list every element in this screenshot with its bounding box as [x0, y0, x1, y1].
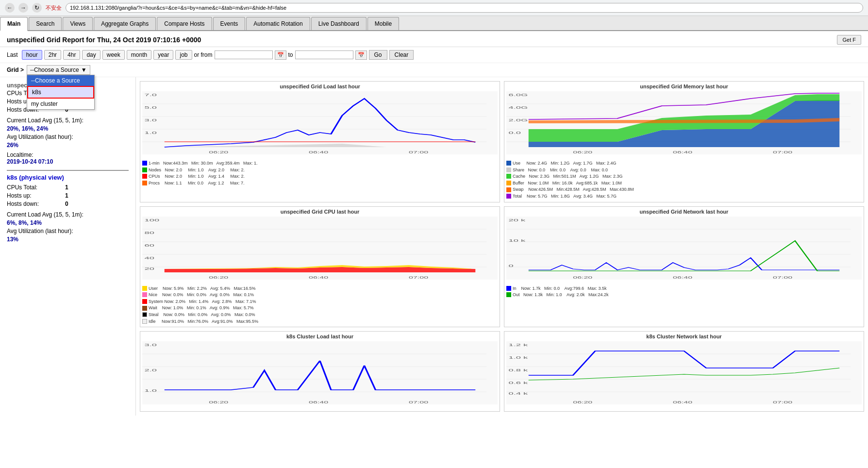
refresh-button[interactable]: ↻ — [32, 3, 42, 13]
legend-steal: Steal Now: 0.0% Min: 0.0% Avg: 0.0% Max:… — [142, 312, 498, 318]
svg-text:06:20: 06:20 — [573, 401, 592, 404]
svg-text:0.8 k: 0.8 k — [509, 368, 529, 372]
svg-text:40: 40 — [145, 255, 155, 260]
k8s-avg-util-label: Avg Utilization (last hour): — [7, 228, 129, 234]
svg-text:5.0: 5.0 — [145, 105, 157, 110]
tab-autorotate[interactable]: Automatic Rotation — [246, 17, 310, 30]
svg-text:07:00: 07:00 — [773, 401, 792, 404]
svg-text:80: 80 — [145, 230, 155, 234]
svg-text:06:40: 06:40 — [673, 150, 692, 154]
network-chart-area[interactable]: 20 k 10 k 0 06:20 06:40 07:00 — [506, 217, 862, 284]
back-button[interactable]: ← — [5, 3, 15, 13]
k8s-physical-view-link[interactable]: (physical view) — [19, 174, 64, 181]
tab-events[interactable]: Events — [213, 17, 246, 30]
legend-text-use: Use Now: 2.4G Min: 1.2G Avg: 1.7G Max: 2… — [513, 160, 616, 167]
source-dropdown: --Choose a Source k8s my cluster — [27, 75, 95, 110]
time-week-button[interactable]: week — [102, 50, 125, 60]
legend-color-total — [506, 194, 511, 199]
k8s-network-chart-area[interactable]: 1.2 k 1.0 k 0.8 k 0.6 k 0.4 k 06:20 06:4… — [506, 341, 862, 409]
legend-color-wait — [142, 306, 147, 311]
time-day-button[interactable]: day — [82, 50, 100, 60]
load-chart-box: unspecified Grid Load last hour 7.0 5.0 — [140, 81, 500, 202]
svg-text:07:00: 07:00 — [773, 275, 792, 279]
time-2hr-button[interactable]: 2hr — [44, 50, 61, 60]
k8s-link[interactable]: k8s — [7, 174, 17, 181]
svg-text:07:00: 07:00 — [773, 150, 792, 154]
load-avg-label: Current Load Avg (15, 5, 1m): — [7, 117, 129, 124]
to-calendar-button[interactable]: 📅 — [355, 50, 367, 60]
svg-text:20: 20 — [145, 266, 155, 270]
k8s-load-chart-area[interactable]: 3.0 2.0 1.0 06:20 06:40 07:00 — [142, 341, 498, 409]
legend-text-nodes: Nodes Now: 2.0 Min: 1.0 Avg: 2.0 Max: 2. — [149, 167, 245, 173]
clear-button[interactable]: Clear — [389, 50, 414, 60]
legend-text-share: Share Now: 0.0 Min: 0.0 Avg: 0.0 Max: 0.… — [513, 167, 608, 173]
legend-text-system: System Now: 2.0% Min: 1.4% Avg: 2.8% Max… — [149, 299, 256, 305]
k8s-avg-util-value: 13% — [7, 236, 129, 243]
to-date-input[interactable] — [295, 50, 353, 59]
last-label: Last — [7, 51, 18, 58]
from-date-input[interactable] — [215, 50, 273, 59]
time-hour-button[interactable]: hour — [22, 50, 42, 60]
k8s-title: k8s (physical view) — [7, 174, 129, 181]
legend-nice: Nice Now: 0.0% Min: 0.0% Avg: 0.0% Max: … — [142, 292, 498, 298]
svg-text:06:40: 06:40 — [673, 401, 692, 404]
legend-text-buffer: Buffer Now: 1.0M Min: 16.0k Avg:685.1k M… — [513, 180, 622, 186]
tab-mobile[interactable]: Mobile — [367, 17, 399, 30]
tab-search[interactable]: Search — [29, 17, 62, 30]
controls-bar: Last hour 2hr 4hr day week month year jo… — [0, 47, 868, 63]
load-chart-title: unspecified Grid Load last hour — [142, 84, 498, 89]
legend-cpus: CPUs Now: 2.0 Min: 1.0 Avg: 1.4 Max: 2. — [142, 173, 498, 180]
svg-text:06:20: 06:20 — [209, 401, 228, 404]
time-job-button[interactable]: job — [175, 50, 192, 60]
source-select-trigger[interactable]: --Choose a Source ▼ — [27, 65, 90, 75]
memory-chart-legend: Use Now: 2.4G Min: 1.2G Avg: 1.7G Max: 2… — [506, 160, 862, 200]
k8s-load-avg-value: 6%, 8%, 14% — [7, 219, 129, 226]
time-month-button[interactable]: month — [127, 50, 151, 60]
url-bar[interactable] — [66, 3, 863, 13]
get-fresh-button[interactable]: Get F — [837, 35, 861, 45]
tab-views[interactable]: Views — [63, 17, 93, 30]
source-option-mycluster[interactable]: my cluster — [27, 99, 94, 109]
load-chart-svg: 7.0 5.0 3.0 1.0 06:20 06:40 07:00 — [142, 91, 498, 154]
svg-text:0: 0 — [509, 263, 514, 267]
k8s-hosts-up-value: 1 — [65, 192, 68, 199]
from-calendar-button[interactable]: 📅 — [275, 50, 286, 60]
legend-text-swap: Swap Now:426.5M Min:428.5M Avg:428.5M Ma… — [513, 186, 634, 193]
tab-compare[interactable]: Compare Hosts — [157, 17, 212, 30]
svg-text:06:40: 06:40 — [309, 150, 328, 154]
k8s-load-chart-title: k8s Cluster Load last hour — [142, 334, 498, 339]
svg-text:2.0: 2.0 — [145, 368, 157, 372]
tab-main[interactable]: Main — [0, 17, 28, 31]
k8s-cpus-total-label: CPUs Total: — [7, 184, 65, 191]
grid-label: Grid > — [7, 67, 24, 73]
source-option-k8s[interactable]: k8s — [27, 86, 94, 99]
time-year-button[interactable]: year — [153, 50, 173, 60]
charts-row-3: k8s Cluster Load last hour 3.0 2.0 1.0 0… — [140, 331, 864, 412]
svg-text:0.6 k: 0.6 k — [509, 381, 529, 385]
k8s-hosts-down-value: 0 — [65, 201, 68, 207]
load-chart-area[interactable]: 7.0 5.0 3.0 1.0 06:20 06:40 07:00 — [142, 91, 498, 159]
legend-text-nice: Nice Now: 0.0% Min: 0.0% Avg: 0.0% Max: … — [149, 292, 254, 298]
legend-color-procs — [142, 181, 147, 185]
source-option-choose[interactable]: --Choose a Source — [27, 75, 94, 86]
legend-out: Out Now: 1.3k Min: 1.0 Avg: 2.0k Max:24.… — [506, 292, 862, 298]
k8s-network-chart-title: k8s Cluster Network last hour — [506, 334, 862, 339]
localtime-label: Localtime: — [7, 151, 129, 158]
legend-procs: Procs Now: 1.1 Min: 0.0 Avg: 1.2 Max: 7. — [142, 180, 498, 186]
legend-color-user — [142, 286, 147, 291]
tab-live[interactable]: Live Dashboard — [311, 17, 367, 30]
svg-text:06:20: 06:20 — [209, 150, 228, 154]
forward-button[interactable]: → — [18, 3, 28, 13]
tab-aggregate[interactable]: Aggregate Graphs — [94, 17, 156, 30]
svg-text:10 k: 10 k — [509, 238, 526, 242]
memory-chart-area[interactable]: 6.0G 4.0G 2.0G 0.0 06:20 06:40 — [506, 91, 862, 159]
cpu-chart-legend: User Now: 5.9% Min: 2.2% Avg: 5.4% Max:1… — [142, 285, 498, 325]
source-select-wrapper: --Choose a Source ▼ --Choose a Source k8… — [27, 65, 90, 75]
svg-text:07:00: 07:00 — [409, 150, 428, 154]
time-4hr-button[interactable]: 4hr — [63, 50, 80, 60]
cpu-chart-area[interactable]: 100 80 60 40 20 06:20 06:40 07:00 — [142, 217, 498, 284]
go-button[interactable]: Go — [369, 50, 387, 60]
svg-text:2.0G: 2.0G — [509, 118, 528, 122]
load-avg-value: 20%, 16%, 24% — [7, 125, 129, 132]
k8s-hosts-up-row: Hosts up: 1 — [7, 192, 129, 199]
